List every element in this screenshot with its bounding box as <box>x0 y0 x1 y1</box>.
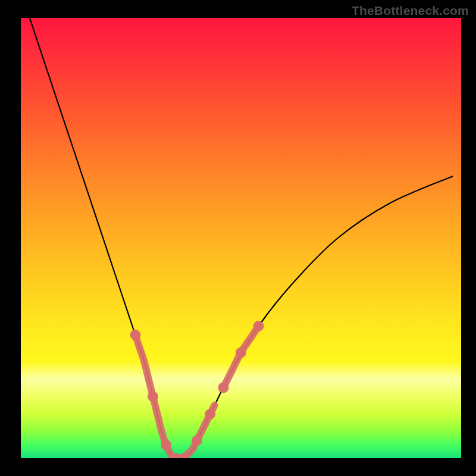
curve-highlight-0 <box>135 335 214 458</box>
highlight-dot <box>218 383 228 393</box>
watermark-text: TheBottleneck.com <box>352 4 469 18</box>
highlight-dot <box>148 391 158 402</box>
curve-main <box>30 18 452 458</box>
highlight-dot <box>161 440 171 450</box>
plot-area <box>21 18 461 458</box>
highlight-dot <box>130 330 140 340</box>
bottleneck-curve <box>21 18 461 458</box>
highlight-dot <box>192 435 202 446</box>
highlight-dot <box>253 321 264 331</box>
chart-frame: TheBottleneck.com <box>0 0 476 476</box>
highlight-dot <box>236 347 246 358</box>
highlight-dot <box>205 409 215 419</box>
